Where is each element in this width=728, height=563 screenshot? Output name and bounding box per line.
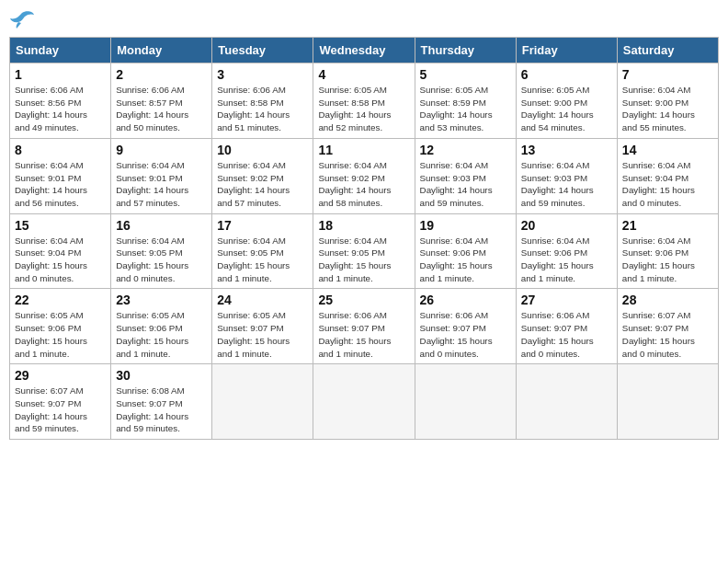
day-cell: 28Sunrise: 6:07 AM Sunset: 9:07 PM Dayli… xyxy=(617,289,718,364)
day-info: Sunrise: 6:05 AM Sunset: 8:58 PM Dayligh… xyxy=(318,84,409,134)
day-number: 24 xyxy=(217,293,308,307)
day-cell: 11Sunrise: 6:04 AM Sunset: 9:02 PM Dayli… xyxy=(313,138,415,213)
day-number: 10 xyxy=(217,143,308,157)
day-info: Sunrise: 6:05 AM Sunset: 9:00 PM Dayligh… xyxy=(521,84,612,134)
calendar-header-row: SundayMondayTuesdayWednesdayThursdayFrid… xyxy=(10,38,719,63)
day-cell: 13Sunrise: 6:04 AM Sunset: 9:03 PM Dayli… xyxy=(516,138,617,213)
day-info: Sunrise: 6:08 AM Sunset: 9:07 PM Dayligh… xyxy=(116,385,207,435)
day-number: 6 xyxy=(521,67,612,82)
day-number: 12 xyxy=(420,143,511,157)
day-info: Sunrise: 6:05 AM Sunset: 8:59 PM Dayligh… xyxy=(420,84,511,134)
day-cell: 25Sunrise: 6:06 AM Sunset: 9:07 PM Dayli… xyxy=(313,289,415,364)
day-info: Sunrise: 6:04 AM Sunset: 9:04 PM Dayligh… xyxy=(622,159,713,210)
day-info: Sunrise: 6:04 AM Sunset: 9:01 PM Dayligh… xyxy=(116,159,207,210)
day-cell: 1Sunrise: 6:06 AM Sunset: 8:56 PM Daylig… xyxy=(10,63,111,139)
day-cell xyxy=(313,364,415,440)
day-info: Sunrise: 6:06 AM Sunset: 9:07 PM Dayligh… xyxy=(318,309,409,360)
day-cell: 18Sunrise: 6:04 AM Sunset: 9:05 PM Dayli… xyxy=(313,213,415,289)
day-cell: 29Sunrise: 6:07 AM Sunset: 9:07 PM Dayli… xyxy=(10,364,111,440)
col-header-thursday: Thursday xyxy=(415,38,516,63)
day-number: 17 xyxy=(217,218,308,233)
page-header xyxy=(9,9,719,29)
day-cell: 9Sunrise: 6:04 AM Sunset: 9:01 PM Daylig… xyxy=(111,138,212,213)
day-info: Sunrise: 6:06 AM Sunset: 8:58 PM Dayligh… xyxy=(217,84,308,134)
day-number: 8 xyxy=(15,143,106,157)
day-number: 15 xyxy=(15,218,106,233)
day-info: Sunrise: 6:05 AM Sunset: 9:06 PM Dayligh… xyxy=(15,309,106,360)
day-info: Sunrise: 6:05 AM Sunset: 9:07 PM Dayligh… xyxy=(217,309,308,360)
col-header-monday: Monday xyxy=(111,38,212,63)
day-number: 7 xyxy=(622,67,713,82)
day-number: 25 xyxy=(318,293,409,307)
day-cell: 16Sunrise: 6:04 AM Sunset: 9:05 PM Dayli… xyxy=(111,213,212,289)
day-info: Sunrise: 6:04 AM Sunset: 9:05 PM Dayligh… xyxy=(318,235,409,285)
day-cell xyxy=(415,364,516,440)
col-header-tuesday: Tuesday xyxy=(212,38,313,63)
day-info: Sunrise: 6:04 AM Sunset: 9:05 PM Dayligh… xyxy=(116,235,207,285)
day-number: 3 xyxy=(217,67,308,82)
day-number: 23 xyxy=(116,293,207,307)
col-header-saturday: Saturday xyxy=(617,38,718,63)
logo xyxy=(9,9,39,29)
day-number: 5 xyxy=(420,67,511,82)
day-number: 19 xyxy=(420,218,511,233)
day-info: Sunrise: 6:04 AM Sunset: 9:06 PM Dayligh… xyxy=(420,235,511,285)
day-number: 22 xyxy=(15,293,106,307)
day-number: 27 xyxy=(521,293,612,307)
day-cell: 26Sunrise: 6:06 AM Sunset: 9:07 PM Dayli… xyxy=(415,289,516,364)
day-info: Sunrise: 6:04 AM Sunset: 9:06 PM Dayligh… xyxy=(521,235,612,285)
day-info: Sunrise: 6:07 AM Sunset: 9:07 PM Dayligh… xyxy=(622,309,713,360)
day-info: Sunrise: 6:04 AM Sunset: 9:04 PM Dayligh… xyxy=(15,235,106,285)
day-cell: 4Sunrise: 6:05 AM Sunset: 8:58 PM Daylig… xyxy=(313,63,415,139)
day-info: Sunrise: 6:04 AM Sunset: 9:02 PM Dayligh… xyxy=(217,159,308,210)
day-cell: 6Sunrise: 6:05 AM Sunset: 9:00 PM Daylig… xyxy=(516,63,617,139)
day-info: Sunrise: 6:06 AM Sunset: 9:07 PM Dayligh… xyxy=(420,309,511,360)
day-cell: 30Sunrise: 6:08 AM Sunset: 9:07 PM Dayli… xyxy=(111,364,212,440)
week-row-1: 1Sunrise: 6:06 AM Sunset: 8:56 PM Daylig… xyxy=(10,63,719,139)
day-number: 11 xyxy=(318,143,409,157)
day-info: Sunrise: 6:06 AM Sunset: 8:56 PM Dayligh… xyxy=(15,84,106,134)
calendar-page: SundayMondayTuesdayWednesdayThursdayFrid… xyxy=(9,9,719,440)
day-info: Sunrise: 6:04 AM Sunset: 9:01 PM Dayligh… xyxy=(15,159,106,210)
day-cell: 2Sunrise: 6:06 AM Sunset: 8:57 PM Daylig… xyxy=(111,63,212,139)
day-info: Sunrise: 6:06 AM Sunset: 8:57 PM Dayligh… xyxy=(116,84,207,134)
day-cell: 14Sunrise: 6:04 AM Sunset: 9:04 PM Dayli… xyxy=(617,138,718,213)
week-row-2: 8Sunrise: 6:04 AM Sunset: 9:01 PM Daylig… xyxy=(10,138,719,213)
day-info: Sunrise: 6:04 AM Sunset: 9:02 PM Dayligh… xyxy=(318,159,409,210)
day-cell: 3Sunrise: 6:06 AM Sunset: 8:58 PM Daylig… xyxy=(212,63,313,139)
day-cell: 8Sunrise: 6:04 AM Sunset: 9:01 PM Daylig… xyxy=(10,138,111,213)
day-info: Sunrise: 6:04 AM Sunset: 9:03 PM Dayligh… xyxy=(521,159,612,210)
day-number: 18 xyxy=(318,218,409,233)
day-cell: 19Sunrise: 6:04 AM Sunset: 9:06 PM Dayli… xyxy=(415,213,516,289)
day-info: Sunrise: 6:04 AM Sunset: 9:00 PM Dayligh… xyxy=(622,84,713,134)
day-cell: 23Sunrise: 6:05 AM Sunset: 9:06 PM Dayli… xyxy=(111,289,212,364)
day-cell: 15Sunrise: 6:04 AM Sunset: 9:04 PM Dayli… xyxy=(10,213,111,289)
day-cell: 5Sunrise: 6:05 AM Sunset: 8:59 PM Daylig… xyxy=(415,63,516,139)
day-cell: 22Sunrise: 6:05 AM Sunset: 9:06 PM Dayli… xyxy=(10,289,111,364)
day-cell: 21Sunrise: 6:04 AM Sunset: 9:06 PM Dayli… xyxy=(617,213,718,289)
day-info: Sunrise: 6:07 AM Sunset: 9:07 PM Dayligh… xyxy=(15,385,106,435)
day-cell: 20Sunrise: 6:04 AM Sunset: 9:06 PM Dayli… xyxy=(516,213,617,289)
week-row-4: 22Sunrise: 6:05 AM Sunset: 9:06 PM Dayli… xyxy=(10,289,719,364)
day-number: 28 xyxy=(622,293,713,307)
day-number: 9 xyxy=(116,143,207,157)
week-row-3: 15Sunrise: 6:04 AM Sunset: 9:04 PM Dayli… xyxy=(10,213,719,289)
day-cell xyxy=(516,364,617,440)
day-number: 30 xyxy=(116,368,207,383)
day-number: 29 xyxy=(15,368,106,383)
calendar-table: SundayMondayTuesdayWednesdayThursdayFrid… xyxy=(9,37,719,440)
week-row-5: 29Sunrise: 6:07 AM Sunset: 9:07 PM Dayli… xyxy=(10,364,719,440)
day-cell: 17Sunrise: 6:04 AM Sunset: 9:05 PM Dayli… xyxy=(212,213,313,289)
day-cell: 10Sunrise: 6:04 AM Sunset: 9:02 PM Dayli… xyxy=(212,138,313,213)
day-number: 26 xyxy=(420,293,511,307)
day-number: 14 xyxy=(622,143,713,157)
day-cell xyxy=(212,364,313,440)
day-info: Sunrise: 6:06 AM Sunset: 9:07 PM Dayligh… xyxy=(521,309,612,360)
day-number: 4 xyxy=(318,67,409,82)
col-header-wednesday: Wednesday xyxy=(313,38,415,63)
day-number: 2 xyxy=(116,67,207,82)
day-info: Sunrise: 6:04 AM Sunset: 9:05 PM Dayligh… xyxy=(217,235,308,285)
day-cell: 12Sunrise: 6:04 AM Sunset: 9:03 PM Dayli… xyxy=(415,138,516,213)
day-cell xyxy=(617,364,718,440)
day-cell: 24Sunrise: 6:05 AM Sunset: 9:07 PM Dayli… xyxy=(212,289,313,364)
